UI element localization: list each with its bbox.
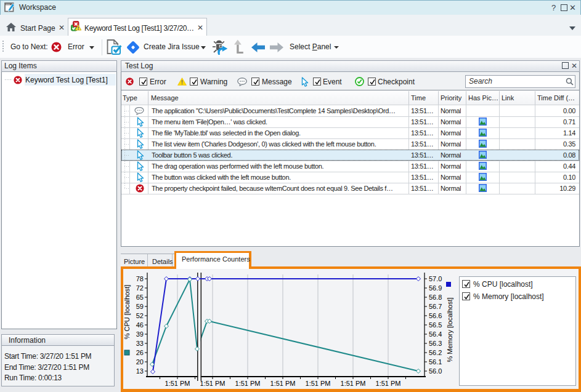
svg-text:56.1: 56.1	[429, 358, 442, 366]
svg-text:26: 26	[136, 349, 144, 356]
svg-text:39: 39	[136, 330, 144, 338]
svg-text:56.0: 56.0	[429, 367, 442, 375]
svg-text:56.7: 56.7	[429, 303, 442, 310]
svg-text:56.6: 56.6	[429, 312, 442, 319]
svg-text:1:51 PM: 1:51 PM	[376, 380, 401, 387]
svg-text:57.0: 57.0	[429, 275, 442, 282]
svg-text:1:51 PM: 1:51 PM	[341, 380, 366, 387]
svg-text:78: 78	[136, 275, 144, 282]
svg-text:72: 72	[136, 284, 144, 292]
svg-text:56.2: 56.2	[429, 349, 442, 356]
svg-text:56.9: 56.9	[429, 284, 442, 292]
svg-text:1:51 PM: 1:51 PM	[306, 380, 331, 387]
svg-text:1:51 PM: 1:51 PM	[200, 380, 225, 387]
svg-text:20: 20	[136, 358, 144, 366]
svg-text:59: 59	[136, 303, 144, 310]
svg-text:1:51 PM: 1:51 PM	[165, 380, 190, 387]
svg-text:52: 52	[136, 312, 144, 319]
svg-text:65: 65	[136, 294, 144, 301]
svg-text:56.4: 56.4	[429, 330, 442, 338]
svg-text:56.5: 56.5	[429, 321, 442, 329]
svg-text:% Memory [localhost]: % Memory [localhost]	[446, 297, 453, 362]
svg-text:1:51 PM: 1:51 PM	[270, 380, 296, 387]
svg-text:46: 46	[136, 321, 144, 329]
svg-text:% CPU [localhost]: % CPU [localhost]	[123, 285, 131, 340]
svg-text:33: 33	[136, 340, 144, 347]
svg-text:13: 13	[136, 367, 144, 375]
svg-text:56.8: 56.8	[429, 294, 442, 301]
svg-text:56.3: 56.3	[429, 340, 442, 347]
svg-text:1:51 PM: 1:51 PM	[235, 380, 261, 387]
